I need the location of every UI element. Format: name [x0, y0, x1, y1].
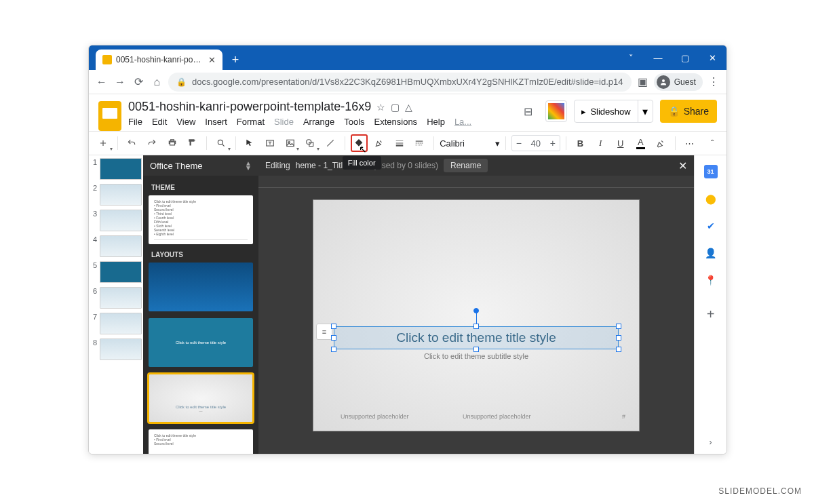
- undo-button[interactable]: [123, 134, 141, 152]
- slideshow-button[interactable]: ▸ Slideshow: [575, 100, 637, 122]
- menu-slide[interactable]: Slide: [274, 117, 294, 127]
- slide-thumbnail[interactable]: [100, 287, 142, 309]
- calendar-icon[interactable]: 31: [704, 165, 718, 178]
- reload-button[interactable]: ⟳: [132, 73, 146, 91]
- print-button[interactable]: [163, 134, 181, 152]
- menu-view[interactable]: View: [176, 117, 195, 127]
- back-button[interactable]: ←: [94, 73, 109, 91]
- slide-thumbnail[interactable]: [100, 210, 142, 231]
- chrome-menu-button[interactable]: ⋮: [707, 73, 721, 91]
- editor-header: Editing heme - 1_Title Slide (Used by 0 …: [258, 155, 694, 176]
- theme-master-thumb[interactable]: Click to edit theme title style • First …: [149, 195, 253, 244]
- layout-thumb-selected[interactable]: Click to edit theme title style —: [149, 374, 253, 423]
- layout-thumb[interactable]: [149, 263, 253, 311]
- chrome-titlebar: 0051-hoshin-kanri-powerpoint-t ✕ + ˅ — ▢…: [89, 45, 726, 70]
- forward-button[interactable]: →: [113, 73, 127, 91]
- shape-tool[interactable]: [301, 134, 319, 152]
- document-title[interactable]: 0051-hoshin-kanri-powerpoint-template-16…: [128, 100, 371, 114]
- fill-color-button[interactable]: ↖ Fill color: [351, 134, 368, 152]
- redo-button[interactable]: [143, 134, 161, 152]
- menu-insert[interactable]: Insert: [205, 117, 227, 127]
- slide-thumbnail[interactable]: [100, 158, 142, 180]
- meet-button[interactable]: [545, 100, 567, 122]
- close-window-button[interactable]: ✕: [699, 47, 725, 68]
- menu-file[interactable]: File: [128, 117, 142, 127]
- collapse-side-panel[interactable]: ›: [710, 438, 712, 447]
- menu-help[interactable]: Help: [427, 117, 445, 127]
- subtitle-placeholder[interactable]: Click to edit theme subtitle style: [334, 352, 619, 360]
- slides-logo-icon[interactable]: [98, 101, 121, 131]
- extensions-button[interactable]: ▣: [636, 73, 650, 91]
- cloud-status-icon[interactable]: △: [405, 102, 412, 113]
- menu-format[interactable]: Format: [237, 117, 265, 127]
- slide-thumbnail[interactable]: [100, 261, 142, 283]
- menu-last-edit[interactable]: La...: [454, 117, 471, 127]
- highlight-color-button[interactable]: [652, 134, 670, 152]
- star-icon[interactable]: ☆: [376, 102, 385, 113]
- font-size-value[interactable]: 40: [526, 138, 546, 149]
- svg-rect-10: [286, 140, 294, 146]
- new-slide-button[interactable]: [94, 134, 112, 152]
- keep-icon[interactable]: ⬤: [704, 192, 718, 206]
- slide-thumbnail[interactable]: [100, 184, 142, 206]
- border-weight-button[interactable]: [391, 134, 408, 152]
- move-icon[interactable]: ▢: [391, 102, 400, 113]
- slide-thumbnail[interactable]: [100, 313, 142, 334]
- menu-tools[interactable]: Tools: [344, 117, 364, 127]
- title-placeholder[interactable]: Click to edit theme title style: [334, 326, 619, 349]
- add-addon-button[interactable]: +: [704, 307, 718, 321]
- tab-search-button[interactable]: ˅: [618, 47, 644, 68]
- collapse-toolbar-button[interactable]: ˆ: [703, 134, 721, 152]
- slide-canvas[interactable]: ≡ Click to edit theme title style: [313, 200, 639, 431]
- slide-thumbnail[interactable]: [100, 338, 142, 360]
- decrease-font-size[interactable]: −: [512, 138, 526, 149]
- border-color-button[interactable]: [370, 134, 388, 152]
- layout-thumb[interactable]: Click to edit theme title style: [149, 318, 253, 367]
- close-editor-icon[interactable]: ✕: [678, 159, 687, 172]
- slideshow-dropdown[interactable]: ▾: [638, 100, 653, 122]
- font-name: Calibri: [440, 138, 465, 149]
- tasks-icon[interactable]: ✔: [704, 219, 718, 233]
- thumb-num: 3: [90, 210, 97, 218]
- share-button[interactable]: 🔒 Share: [660, 100, 717, 123]
- maximize-button[interactable]: ▢: [672, 47, 698, 68]
- editing-label: Editing: [265, 161, 290, 170]
- text-color-button[interactable]: A: [632, 134, 650, 152]
- comments-button[interactable]: ⊟: [517, 100, 539, 122]
- url-field[interactable]: 🔒 docs.google.com/presentation/d/1Vs8x22…: [168, 73, 632, 92]
- select-tool[interactable]: [241, 134, 259, 152]
- maps-icon[interactable]: 📍: [704, 273, 718, 287]
- lock-icon: 🔒: [668, 106, 680, 117]
- contacts-icon[interactable]: 👤: [704, 246, 718, 260]
- textbox-tool[interactable]: [261, 134, 279, 152]
- new-tab-button[interactable]: +: [227, 51, 244, 69]
- paint-format-button[interactable]: [183, 134, 201, 152]
- theme-switcher[interactable]: ▲▼: [245, 161, 252, 170]
- layout-thumb[interactable]: Click to edit theme title style • First …: [149, 429, 253, 454]
- zoom-button[interactable]: [212, 134, 230, 152]
- image-tool[interactable]: [282, 134, 299, 152]
- rename-button[interactable]: Rename: [444, 159, 488, 172]
- border-dash-button[interactable]: [411, 134, 429, 152]
- more-tools-button[interactable]: ⋯: [681, 134, 699, 152]
- horizontal-ruler[interactable]: [258, 176, 694, 188]
- close-tab-icon[interactable]: ✕: [208, 55, 216, 65]
- bold-button[interactable]: B: [572, 134, 589, 152]
- underline-button[interactable]: U: [612, 134, 629, 152]
- increase-font-size[interactable]: +: [546, 138, 560, 149]
- slide-thumbnail[interactable]: [100, 235, 142, 257]
- browser-tab[interactable]: 0051-hoshin-kanri-powerpoint-t ✕: [96, 50, 222, 70]
- canvas-wrap[interactable]: ≡ Click to edit theme title style: [258, 188, 694, 454]
- home-button[interactable]: ⌂: [150, 73, 164, 91]
- section-layouts-label: LAYOUTS: [151, 251, 250, 258]
- menu-arrange[interactable]: Arrange: [303, 117, 334, 127]
- guest-profile-chip[interactable]: Guest: [654, 73, 703, 91]
- font-select[interactable]: Calibri ▾: [440, 138, 500, 149]
- minimize-button[interactable]: —: [645, 47, 671, 68]
- line-tool[interactable]: [322, 134, 339, 152]
- menu-edit[interactable]: Edit: [152, 117, 167, 127]
- alignment-badge[interactable]: ≡: [316, 324, 332, 340]
- menu-extensions[interactable]: Extensions: [374, 117, 418, 127]
- italic-button[interactable]: I: [592, 134, 609, 152]
- slide-thumbnail-rail[interactable]: 1 2 3 4 5 6 7 8: [89, 155, 143, 454]
